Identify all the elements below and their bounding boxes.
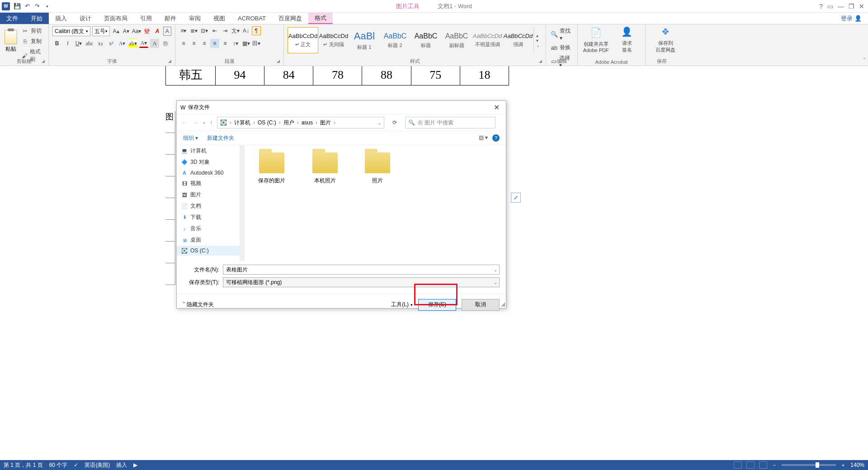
paragraph-dialog-launcher[interactable]: ◢ — [277, 59, 282, 64]
address-bar[interactable]: 💽› 计算机› OS (C:)› 用户› asus› 图片› ⌄ — [217, 117, 384, 128]
highlight-icon[interactable]: ab▾ — [128, 39, 137, 48]
tree-item-music[interactable]: ♪音乐 — [177, 223, 240, 234]
qat-customize-icon[interactable]: ▾ — [43, 3, 51, 10]
phonetic-guide-icon[interactable]: 變 — [143, 27, 151, 36]
request-signature-button[interactable]: 👤请求 签名 — [613, 25, 642, 53]
zoom-level[interactable]: 140% — [850, 462, 864, 468]
shading-icon[interactable]: ▦▾ — [241, 39, 250, 48]
tree-item-autodesk[interactable]: AAutodesk 360 — [177, 168, 240, 178]
font-color-icon[interactable]: A▾ — [139, 39, 148, 48]
tools-dropdown[interactable]: 工具(L)▾ — [391, 301, 413, 309]
minimize-icon[interactable]: — — [838, 3, 844, 10]
tree-item-pictures[interactable]: 🖼图片 — [177, 189, 240, 200]
underline-icon[interactable]: U▾ — [74, 39, 83, 48]
cancel-button[interactable]: 取消 — [462, 299, 500, 311]
enclose-char-icon[interactable]: ㊞ — [161, 39, 170, 48]
filetype-select[interactable]: 可移植网络图形 (*.png)⌄ — [223, 277, 500, 287]
zoom-slider[interactable] — [782, 464, 836, 466]
styles-dialog-launcher[interactable]: ◢ — [539, 59, 544, 64]
web-layout-icon[interactable] — [759, 461, 767, 469]
font-dialog-launcher[interactable]: ◢ — [168, 59, 174, 64]
tab-acrobat[interactable]: ACROBAT — [231, 13, 272, 24]
create-share-pdf-button[interactable]: 📄创建并共享 Adobe PDF — [581, 25, 611, 53]
style-subtle-emphasis[interactable]: AaBbCcDd不明显强调 — [472, 27, 503, 53]
redo-icon[interactable]: ↷ — [33, 3, 41, 10]
multilevel-list-icon[interactable]: ⊟▾ — [200, 26, 209, 35]
ribbon-display-icon[interactable]: ▭ — [827, 3, 833, 10]
resize-grip-icon[interactable]: ◢ — [501, 301, 505, 307]
insert-mode[interactable]: 插入 — [116, 461, 127, 469]
paste-button[interactable]: 粘贴 — [4, 25, 18, 57]
sort-icon[interactable]: A↓ — [241, 26, 250, 35]
zoom-out-icon[interactable]: － — [772, 461, 777, 469]
language-indicator[interactable]: 英语(美国) — [85, 461, 110, 469]
tree-scrollbar[interactable] — [240, 145, 245, 261]
decrease-indent-icon[interactable]: ⇤ — [210, 26, 219, 35]
tree-item-computer[interactable]: 💻计算机 — [177, 145, 240, 157]
help-icon[interactable]: ? — [819, 3, 823, 10]
borders-icon[interactable]: 田▾ — [252, 39, 261, 48]
spellcheck-icon[interactable]: ✓ — [74, 462, 78, 468]
style-title[interactable]: AaBbC标题 — [410, 27, 441, 53]
new-folder-button[interactable]: 新建文件夹 — [207, 134, 234, 142]
clear-formatting-icon[interactable]: A̸ — [153, 27, 161, 36]
nav-forward-icon[interactable]: → — [192, 119, 198, 126]
asian-layout-icon[interactable]: 文▾ — [231, 26, 240, 35]
tab-baidu[interactable]: 百度网盘 — [272, 13, 308, 24]
cut-button[interactable]: ✂剪切 — [21, 26, 45, 36]
undo-icon[interactable]: ↶ — [24, 3, 31, 10]
align-right-icon[interactable]: ≡ — [200, 39, 209, 48]
nav-up-icon[interactable]: ↑ — [210, 119, 212, 126]
shrink-font-icon[interactable]: A▾ — [122, 27, 130, 36]
italic-icon[interactable]: I — [63, 39, 72, 48]
layout-options-icon[interactable]: ⤢ — [511, 193, 521, 203]
numbering-icon[interactable]: ≣▾ — [189, 26, 198, 35]
styles-more-icon[interactable]: ▴▾⌄ — [533, 27, 542, 53]
style-no-spacing[interactable]: AaBbCcDd↵ 无间隔 — [318, 27, 349, 53]
tab-file[interactable]: 文件 — [0, 13, 24, 24]
show-marks-icon[interactable]: ¶ — [252, 26, 261, 35]
print-layout-icon[interactable] — [746, 461, 755, 469]
align-center-icon[interactable]: ≡ — [189, 39, 198, 48]
tree-item-documents[interactable]: 📄文档 — [177, 200, 240, 212]
line-spacing-icon[interactable]: ↕▾ — [231, 39, 240, 48]
tab-format[interactable]: 格式 — [308, 13, 333, 24]
clipboard-dialog-launcher[interactable]: ◢ — [42, 59, 47, 64]
help-icon[interactable]: ? — [492, 134, 500, 142]
nav-recent-icon[interactable]: ▾ — [203, 120, 205, 125]
page-indicator[interactable]: 第 1 页，共 1 页 — [4, 461, 43, 469]
style-normal[interactable]: AaBbCcDd↵ 正文 — [288, 27, 318, 53]
refresh-icon[interactable]: ⟳ — [389, 119, 401, 126]
superscript-icon[interactable]: x² — [107, 39, 116, 48]
organize-button[interactable]: 组织 ▾ — [183, 134, 198, 142]
char-border-icon[interactable]: A — [163, 27, 171, 36]
folder-item[interactable]: 本机照片 — [312, 152, 338, 185]
font-size-combo[interactable]: 五号▾ — [92, 26, 110, 36]
nav-back-icon[interactable]: ← — [181, 119, 188, 126]
tab-mailings[interactable]: 邮件 — [158, 13, 183, 24]
change-case-icon[interactable]: Aa▾ — [132, 27, 141, 36]
login-link[interactable]: 登录👤 — [835, 13, 868, 24]
word-count[interactable]: 60 个字 — [49, 461, 68, 469]
save-icon[interactable]: 💾 — [14, 3, 21, 10]
folder-item[interactable]: 保存的图片 — [258, 152, 285, 185]
hide-folders-toggle[interactable]: ˆ隐藏文件夹 — [183, 301, 214, 309]
bold-icon[interactable]: B — [52, 39, 61, 48]
view-mode-icon[interactable]: ▤ ▾ — [479, 134, 488, 142]
style-emphasis[interactable]: AaBbCcDd强调 — [503, 27, 533, 53]
dialog-close-icon[interactable]: ✕ — [491, 103, 502, 112]
restore-icon[interactable]: ❐ — [849, 3, 854, 10]
tab-view[interactable]: 视图 — [207, 13, 231, 24]
increase-indent-icon[interactable]: ⇥ — [221, 26, 230, 35]
tab-home[interactable]: 开始 — [24, 13, 49, 24]
find-button[interactable]: 🔍查找 ▾ — [550, 26, 574, 42]
distributed-icon[interactable]: ≡ — [221, 39, 230, 48]
tab-layout[interactable]: 页面布局 — [98, 13, 134, 24]
style-heading1[interactable]: AaBl标题 1 — [349, 27, 380, 53]
style-heading2[interactable]: AaBbC标题 2 — [380, 27, 410, 53]
char-shading-icon[interactable]: A — [150, 39, 159, 48]
text-effects-icon[interactable]: A▾ — [118, 39, 127, 48]
collapse-ribbon-icon[interactable]: ˆ — [863, 57, 865, 64]
subscript-icon[interactable]: x₂ — [96, 39, 105, 48]
tree-item-videos[interactable]: 🎞视频 — [177, 178, 240, 189]
